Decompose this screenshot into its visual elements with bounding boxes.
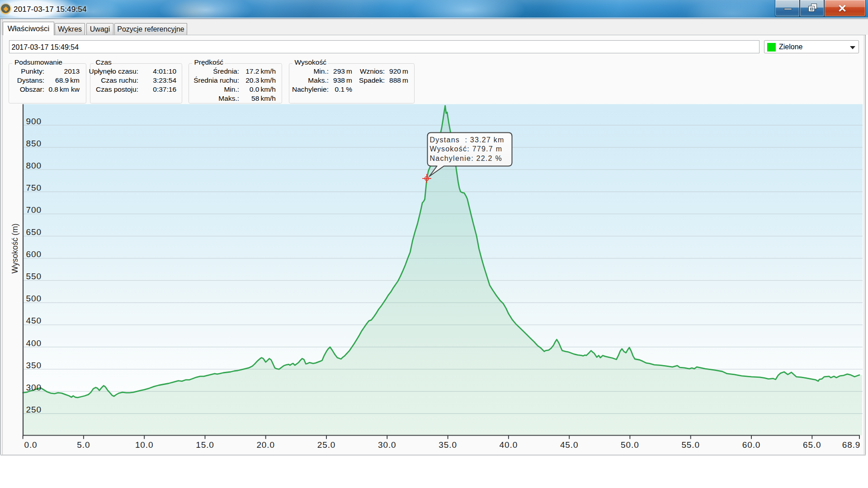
svg-text:5.0: 5.0 <box>77 440 90 450</box>
svg-text:25.0: 25.0 <box>317 440 336 450</box>
svg-text:Dystans : 33.27 km: Dystans : 33.27 km <box>430 136 505 144</box>
svg-text:800: 800 <box>26 161 42 170</box>
svg-text:40.0: 40.0 <box>500 440 518 450</box>
svg-text:500: 500 <box>26 294 42 303</box>
svg-text:60.0: 60.0 <box>742 440 761 450</box>
svg-text:10.0: 10.0 <box>135 440 154 450</box>
svg-text:Wysokość (m): Wysokość (m) <box>10 224 19 274</box>
svg-text:20.0: 20.0 <box>256 440 275 450</box>
svg-text:45.0: 45.0 <box>560 440 579 450</box>
svg-text:350: 350 <box>26 361 42 370</box>
svg-text:50.0: 50.0 <box>621 440 639 450</box>
svg-text:750: 750 <box>26 183 42 192</box>
svg-text:300: 300 <box>26 383 42 392</box>
svg-text:850: 850 <box>26 139 42 148</box>
svg-text:400: 400 <box>26 338 42 348</box>
svg-text:15.0: 15.0 <box>196 440 214 450</box>
svg-text:900: 900 <box>26 117 42 126</box>
svg-text:30.0: 30.0 <box>378 440 396 450</box>
svg-text:450: 450 <box>26 316 42 325</box>
svg-text:Nachylenie: 22.2 %: Nachylenie: 22.2 % <box>430 155 502 162</box>
svg-text:0.0: 0.0 <box>24 440 37 450</box>
svg-text:250: 250 <box>26 405 42 414</box>
svg-text:550: 550 <box>26 272 42 281</box>
svg-text:Wysokość: 779.7 m: Wysokość: 779.7 m <box>430 145 503 153</box>
svg-text:650: 650 <box>26 227 42 237</box>
svg-text:35.0: 35.0 <box>439 440 457 450</box>
svg-text:600: 600 <box>26 249 42 259</box>
svg-text:700: 700 <box>26 205 42 215</box>
svg-text:65.0: 65.0 <box>803 440 821 450</box>
svg-text:55.0: 55.0 <box>681 440 700 450</box>
svg-text:68.9: 68.9 <box>842 440 861 450</box>
